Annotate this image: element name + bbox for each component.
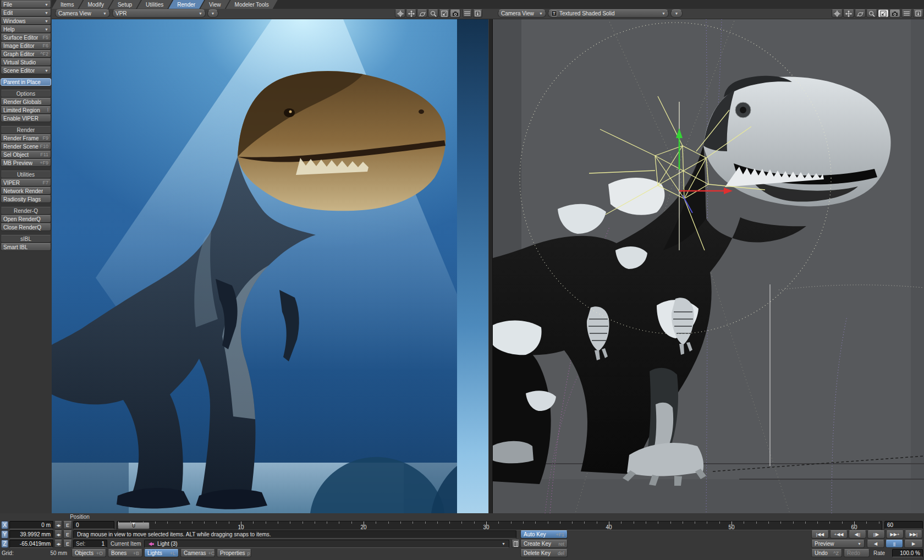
- selection-count-field[interactable]: Sel: 1: [73, 540, 107, 548]
- move-icon[interactable]: [843, 9, 854, 18]
- sidebar-item-close-renderq[interactable]: Close RenderQ: [1, 223, 51, 231]
- zoom-icon[interactable]: [428, 9, 438, 18]
- rotate-icon[interactable]: [417, 9, 427, 18]
- tab-utilities[interactable]: Utilities: [137, 0, 172, 9]
- item-panel-button[interactable]: [512, 540, 520, 548]
- section-render: Render: [1, 126, 51, 134]
- current-item-dropdown[interactable]: Light (3) ▼: [144, 540, 509, 548]
- sidebar-item: [1, 123, 51, 125]
- menu-edit[interactable]: Edit ▼: [1, 9, 51, 17]
- y-nudge-control[interactable]: ◀▶: [54, 530, 62, 539]
- current-frame-field[interactable]: 0: [73, 521, 114, 529]
- sidebar-item-surface-editor[interactable]: Surface Editor F5: [1, 34, 51, 41]
- tab-render[interactable]: Render: [168, 0, 204, 9]
- auto-key-button[interactable]: Auto Key +F1: [520, 530, 568, 539]
- right-viewport-options-dropdown[interactable]: ▼: [670, 9, 683, 18]
- play-forward-button[interactable]: ▶: [904, 540, 923, 548]
- sidebar-item-viper[interactable]: VIPER F7: [1, 179, 51, 186]
- jump-start-button[interactable]: |◀◀: [811, 530, 829, 539]
- position-z-field[interactable]: -65.0419mm: [9, 540, 53, 548]
- move-icon[interactable]: [406, 9, 416, 18]
- menu-help[interactable]: Help ▼: [1, 25, 51, 33]
- sidebar-item-virtual-studio[interactable]: Virtual Studio: [1, 58, 51, 66]
- position-y-field[interactable]: 39.9992 mm: [9, 530, 53, 539]
- x-envelope-button[interactable]: E: [63, 521, 72, 529]
- mode-cameras[interactable]: Cameras +C: [180, 549, 215, 557]
- maximize-icon[interactable]: [473, 9, 482, 18]
- tab-items[interactable]: Items: [52, 0, 82, 9]
- sidebar-item-graph-editor[interactable]: Graph Editor ^F2: [1, 50, 51, 58]
- preview-dropdown[interactable]: Preview ▼: [811, 540, 865, 548]
- sidebar-item-image-editor[interactable]: Image Editor F6: [1, 42, 51, 50]
- position-x-field[interactable]: 0 m: [9, 521, 53, 529]
- next-frame-button[interactable]: ||▶: [867, 530, 885, 539]
- menu-icon[interactable]: [463, 9, 472, 18]
- sidebar-item-mb-preview[interactable]: MB Preview +F9: [1, 159, 51, 167]
- rotate-icon[interactable]: [855, 9, 866, 18]
- jump-end-button[interactable]: ▶▶|: [905, 530, 922, 539]
- menu-icon[interactable]: [901, 9, 912, 18]
- delete-key-button[interactable]: Delete Key del: [520, 549, 568, 557]
- sidebar-item-sel-object[interactable]: Sel Object F11: [1, 151, 51, 158]
- sidebar-item-render-scene[interactable]: Render Scene F10: [1, 142, 51, 150]
- pan-icon[interactable]: [832, 9, 843, 18]
- left-view-type-dropdown[interactable]: Camera View ▼: [55, 9, 110, 18]
- sidebar-item-limited-region[interactable]: Limited Region l: [1, 106, 51, 114]
- camera-icon[interactable]: [889, 9, 900, 18]
- z-envelope-button[interactable]: E: [63, 540, 72, 548]
- right-viewport-shaded-view[interactable]: [493, 19, 924, 513]
- chevron-down-icon: ▼: [45, 3, 48, 7]
- sidebar-item-scene-editor[interactable]: Scene Editor ▼: [1, 67, 51, 74]
- prev-frame-button[interactable]: ◀||: [849, 530, 866, 539]
- timeline-tick: [523, 521, 524, 524]
- create-key-button[interactable]: Create Key ret: [520, 540, 568, 548]
- left-viewport-overscan[interactable]: [457, 19, 488, 513]
- mode-lights[interactable]: Lights +L: [144, 549, 179, 557]
- mode-properties[interactable]: Properties p: [217, 549, 251, 557]
- tab-setup[interactable]: Setup: [109, 0, 141, 9]
- fit-icon[interactable]: [439, 9, 449, 18]
- chevron-down-icon: ▼: [662, 12, 666, 15]
- x-nudge-control[interactable]: ◀▶: [54, 521, 62, 529]
- maximize-icon[interactable]: [913, 9, 923, 18]
- tab-modeler-tools[interactable]: Modeler Tools: [226, 0, 278, 9]
- timeline-ruler[interactable]: 0 102030405060: [117, 521, 882, 530]
- end-frame-field[interactable]: 60: [884, 521, 923, 529]
- play-reverse-button[interactable]: ◀: [867, 540, 884, 548]
- rate-field[interactable]: 100.0 %: [892, 549, 923, 557]
- camera-icon[interactable]: [450, 9, 460, 18]
- sidebar-item-render-globals[interactable]: Render Globals: [1, 98, 51, 106]
- menu-windows[interactable]: Windows ▼: [1, 17, 51, 25]
- sidebar-item-open-renderq[interactable]: Open RenderQ: [1, 215, 51, 223]
- sidebar-item-smart-ibl[interactable]: Smart IBL: [1, 243, 51, 251]
- viewport-divider[interactable]: [488, 19, 493, 513]
- timeline-tick: [302, 521, 303, 524]
- sidebar-item-network-render[interactable]: Network Render: [1, 187, 51, 195]
- zoom-icon[interactable]: [866, 9, 877, 18]
- next-keyframe-button[interactable]: ▶▶+: [886, 530, 904, 539]
- menu-file[interactable]: File ▼: [1, 1, 51, 8]
- sidebar-item-render-frame[interactable]: Render Frame F9: [1, 134, 51, 142]
- z-nudge-control[interactable]: ◀▶: [54, 540, 62, 548]
- left-viewport-vpr-render[interactable]: [52, 19, 457, 513]
- right-render-mode-dropdown[interactable]: T Textured Shaded Solid ▼: [548, 9, 669, 18]
- sidebar-item-enable-viper[interactable]: Enable VIPER: [1, 114, 51, 122]
- timeline-slider-knob[interactable]: 0: [118, 522, 150, 529]
- sidebar-item-parent-in-place[interactable]: Parent in Place: [1, 78, 51, 86]
- mode-bones[interactable]: Bones +B: [108, 549, 142, 557]
- pan-icon[interactable]: [395, 9, 405, 18]
- redo-button[interactable]: Redo: [844, 549, 870, 557]
- y-envelope-button[interactable]: E: [63, 530, 72, 539]
- tab-view[interactable]: View: [200, 0, 230, 9]
- mode-objects[interactable]: Objects +O: [72, 549, 106, 557]
- fit-icon[interactable]: [878, 9, 889, 18]
- pause-button[interactable]: ||: [886, 540, 903, 548]
- tab-modify[interactable]: Modify: [79, 0, 112, 9]
- left-viewport-options-dropdown[interactable]: ▼: [207, 9, 218, 18]
- right-view-type-dropdown[interactable]: Camera View ▼: [498, 9, 546, 18]
- undo-button[interactable]: Undo ^Z: [811, 549, 842, 557]
- timeline-tick: [535, 521, 536, 524]
- left-render-mode-dropdown[interactable]: VPR ▼: [112, 9, 206, 18]
- prev-keyframe-button[interactable]: +◀◀: [830, 530, 848, 539]
- sidebar-item-radiosity-flags[interactable]: Radiosity Flags: [1, 195, 51, 203]
